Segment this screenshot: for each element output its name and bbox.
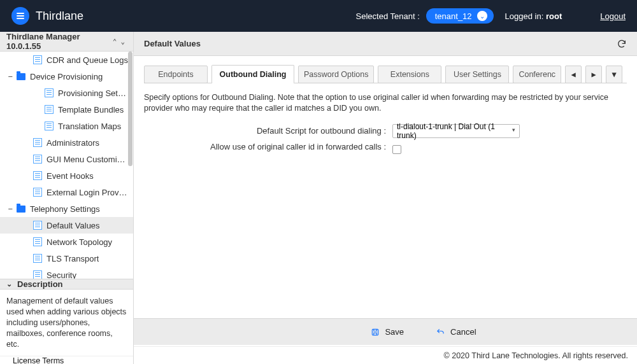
doc-icon	[33, 55, 42, 64]
tree-item[interactable]: GUI Menu Customiz…	[0, 151, 133, 167]
folder-icon	[17, 73, 25, 80]
doc-icon	[33, 171, 42, 180]
undo-icon	[436, 328, 445, 337]
tab-extensions[interactable]: Extensions	[378, 66, 441, 83]
tab-menu[interactable]: ▼	[606, 66, 622, 83]
help-text: Specify options for Outbound Dialing. No…	[144, 92, 627, 114]
topbar: Thirdlane Selected Tenant : tenant_12 ⌄ …	[0, 0, 637, 32]
refresh-icon[interactable]	[617, 39, 627, 49]
doc-icon	[33, 254, 42, 263]
titlebar: Default Values	[134, 32, 637, 56]
logout-link[interactable]: Logout	[600, 11, 626, 21]
logged-in: Logged in: root	[505, 11, 562, 21]
chevron-down-icon: ⌄	[477, 11, 487, 21]
page-title: Default Values	[144, 39, 201, 48]
doc-icon	[33, 221, 42, 230]
tree-folder[interactable]: −Telephony Settings	[0, 200, 133, 217]
brand-name: Thirdlane	[36, 10, 83, 23]
brand-logo	[11, 7, 29, 25]
cancel-button[interactable]: Cancel	[436, 327, 476, 337]
tab-password-options[interactable]: Password Options	[298, 66, 374, 83]
expander-icon[interactable]: −	[6, 204, 14, 213]
tenant-name: tenant_12	[435, 11, 472, 21]
tab-conferenc[interactable]: Conferenc	[513, 66, 561, 83]
chevron-down-icon: ⌄	[6, 280, 12, 288]
save-icon	[371, 328, 380, 337]
doc-icon	[33, 188, 42, 197]
default-script-select[interactable]: tl-dialout-1-trunk | Dial Out (1 trunk)	[392, 124, 520, 138]
svg-rect-0	[373, 329, 378, 335]
doc-icon	[33, 270, 42, 279]
tenant-selector[interactable]: tenant_12 ⌄	[426, 8, 494, 24]
tabs: EndpointsOutbound DialingPassword Option…	[144, 65, 627, 83]
collapse-all-icon[interactable]: ⌃	[111, 38, 119, 46]
folder-icon	[17, 206, 25, 213]
form-label-script: Default Script for outbound dialing :	[144, 126, 392, 136]
description-header[interactable]: ⌄ Description	[0, 279, 133, 290]
tab-user-settings[interactable]: User Settings	[445, 66, 509, 83]
save-label: Save	[385, 327, 404, 337]
tree-item[interactable]: Administrators	[0, 134, 133, 151]
tree-item[interactable]: Provisioning Setti…	[0, 85, 133, 101]
tree-item[interactable]: Security	[0, 267, 133, 279]
doc-icon	[45, 105, 54, 114]
cancel-label: Cancel	[450, 327, 476, 337]
allow-orig-checkbox[interactable]	[392, 145, 401, 154]
tree-item[interactable]: External Login Provi…	[0, 184, 133, 200]
doc-icon	[33, 155, 42, 164]
description-title: Description	[17, 279, 63, 289]
tree-item[interactable]: Template Bundles	[0, 101, 133, 118]
doc-icon	[45, 88, 54, 97]
tab-endpoints[interactable]: Endpoints	[144, 66, 208, 83]
tree-item[interactable]: CDR and Queue Logs	[0, 52, 133, 68]
scrollbar[interactable]	[127, 52, 132, 279]
tree-item[interactable]: TLS Transport	[0, 250, 133, 267]
selected-tenant-label: Selected Tenant :	[356, 11, 420, 21]
save-button[interactable]: Save	[371, 327, 404, 337]
doc-icon	[33, 237, 42, 246]
expander-icon[interactable]: −	[6, 72, 14, 81]
nav-tree[interactable]: CDR and Queue Logs−Device ProvisioningPr…	[0, 52, 133, 279]
form-label-allow-orig: Allow use of original caller id in forwa…	[144, 142, 392, 152]
expand-all-icon[interactable]: ⌄	[118, 38, 127, 46]
sidebar-title: Thirdlane Manager 10.0.1.55	[6, 32, 111, 51]
main: Default Values EndpointsOutbound Dialing…	[134, 32, 637, 364]
doc-icon	[33, 138, 42, 147]
tree-item[interactable]: Default Values	[0, 217, 133, 234]
sidebar-header: Thirdlane Manager 10.0.1.55 ⌃ ⌄	[0, 32, 133, 52]
action-bar: Save Cancel	[134, 318, 637, 345]
tab-scroll-right[interactable]: ▶	[585, 66, 602, 83]
tab-outbound-dialing[interactable]: Outbound Dialing	[211, 65, 294, 83]
tree-folder[interactable]: −Device Provisioning	[0, 68, 133, 85]
tree-item[interactable]: Network Topology	[0, 234, 133, 250]
tree-item[interactable]: Translation Maps	[0, 118, 133, 134]
tree-item[interactable]: Event Hooks	[0, 167, 133, 184]
sidebar: Thirdlane Manager 10.0.1.55 ⌃ ⌄ CDR and …	[0, 32, 134, 364]
footer: © 2020 Third Lane Technologies. All righ…	[134, 346, 637, 364]
license-link[interactable]: License Terms	[0, 356, 133, 364]
tab-scroll-left[interactable]: ◀	[565, 66, 582, 83]
description-body: Management of default values used when a…	[0, 290, 133, 356]
doc-icon	[45, 122, 54, 130]
